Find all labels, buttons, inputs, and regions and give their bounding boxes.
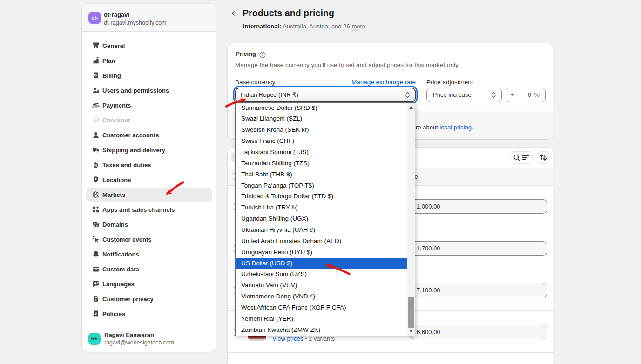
svg-text:%: % xyxy=(94,163,98,168)
svg-text:A: A xyxy=(94,281,97,285)
svg-text:$: $ xyxy=(96,194,99,198)
svg-text:$: $ xyxy=(95,74,97,77)
